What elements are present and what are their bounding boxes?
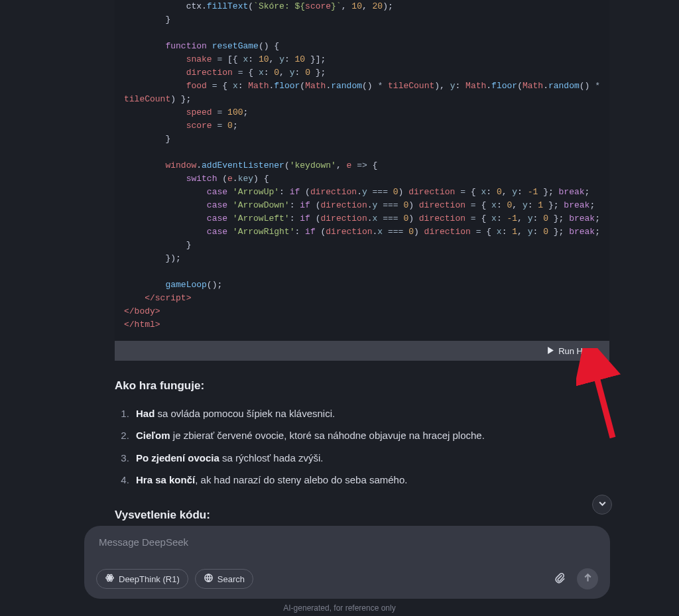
play-icon: [547, 346, 554, 356]
how-it-works-list: Had sa ovláda pomocou šípiek na klávesni…: [115, 405, 609, 489]
globe-icon: [204, 573, 214, 585]
arrow-up-icon: [583, 573, 593, 585]
chevron-down-icon: [598, 499, 607, 511]
list-item-bold: Hra sa končí: [136, 474, 195, 485]
attach-button[interactable]: [549, 568, 570, 589]
scroll-to-bottom-button[interactable]: [592, 495, 612, 515]
list-item-bold: Cieľom: [136, 430, 170, 441]
chat-input-bar[interactable]: Message DeepSeek DeepThink (R1) Search: [84, 526, 610, 599]
chat-input-controls: DeepThink (R1) Search: [96, 568, 598, 589]
list-item-bold: Po zjedení ovocia: [136, 452, 219, 463]
deepthink-label: DeepThink (R1): [119, 574, 180, 584]
run-html-button[interactable]: Run HTML: [115, 341, 609, 361]
list-item: Had sa ovláda pomocou šípiek na klávesni…: [132, 405, 609, 422]
list-item-bold: Had: [136, 408, 154, 419]
list-item: Po zjedení ovocia sa rýchlosť hada zvýši…: [132, 450, 609, 467]
svg-point-0: [109, 577, 110, 578]
atom-icon: [105, 573, 115, 585]
run-html-label: Run HTML: [558, 346, 600, 356]
send-button[interactable]: [577, 568, 598, 589]
paperclip-icon: [554, 572, 566, 587]
search-toggle[interactable]: Search: [195, 569, 253, 589]
assistant-message: ctx.fillText(`Skóre: ${score}`, 10, 20);…: [115, 0, 609, 616]
chat-input-placeholder[interactable]: Message DeepSeek: [96, 536, 598, 548]
list-item: Hra sa končí, ak had narazí do steny ale…: [132, 471, 609, 489]
code-block[interactable]: ctx.fillText(`Skóre: ${score}`, 10, 20);…: [115, 0, 609, 341]
search-label: Search: [217, 574, 245, 584]
ai-disclaimer: AI-generated, for reference only: [0, 603, 679, 613]
section-heading-code-explain: Vysvetlenie kódu:: [115, 506, 609, 525]
list-item: Cieľom je zbierať červené ovocie, ktoré …: [132, 427, 609, 444]
section-heading-how-it-works: Ako hra funguje:: [115, 377, 609, 396]
deepthink-toggle[interactable]: DeepThink (R1): [96, 569, 188, 589]
